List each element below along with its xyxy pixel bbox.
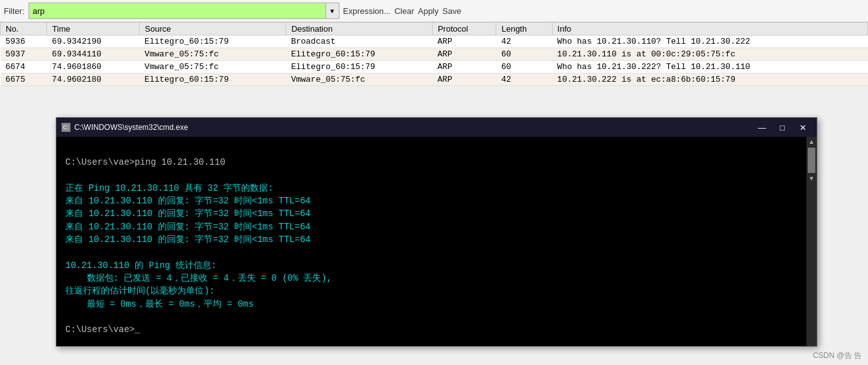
cmd-line: C:\Users\vae>_ bbox=[65, 323, 798, 336]
cell-destination: Elitegro_60:15:79 bbox=[286, 48, 433, 61]
cell-info: 10.21.30.222 is at ec:a8:6b:60:15:79 bbox=[552, 74, 867, 86]
cell-info: 10.21.30.110 is at 00:0c:29:05:75:fc bbox=[552, 48, 867, 61]
scroll-thumb[interactable] bbox=[808, 148, 815, 173]
cmd-line: 最短 = 0ms，最长 = 0ms，平均 = 0ms bbox=[65, 298, 798, 311]
cmd-content: C:\Users\vae>ping 10.21.30.110 正在 Ping 1… bbox=[56, 137, 806, 346]
cmd-controls: — □ ✕ bbox=[753, 121, 812, 134]
cmd-line: 来自 10.21.30.110 的回复: 字节=32 时间<1ms TTL=64 bbox=[65, 195, 798, 207]
cell-length: 42 bbox=[496, 74, 552, 86]
table-row[interactable]: 593669.9342190Elitegro_60:15:79Broadcast… bbox=[1, 35, 868, 48]
cell-no: 5937 bbox=[1, 48, 47, 61]
table-row[interactable]: 667574.9602180Elitegro_60:15:79Vmware_05… bbox=[1, 74, 868, 86]
cmd-line: 往返行程的估计时间(以毫秒为单位): bbox=[65, 285, 798, 297]
scroll-down-arrow[interactable]: ▼ bbox=[808, 175, 815, 182]
cmd-title-left: C: C:\WINDOWS\system32\cmd.exe bbox=[62, 123, 188, 132]
cell-protocol: ARP bbox=[432, 61, 496, 74]
cell-source: Elitegro_60:15:79 bbox=[140, 35, 286, 48]
filter-label: Filter: bbox=[4, 6, 25, 16]
cmd-line: 正在 Ping 10.21.30.110 具有 32 字节的数据: bbox=[65, 182, 798, 195]
cmd-titlebar: C: C:\WINDOWS\system32\cmd.exe — □ ✕ bbox=[56, 118, 817, 137]
table-row[interactable]: 667474.9601860Vmware_05:75:fcElitegro_60… bbox=[1, 61, 868, 74]
cell-source: Vmware_05:75:fc bbox=[140, 48, 286, 61]
cmd-line bbox=[65, 143, 798, 156]
cell-destination: Vmware_05:75:fc bbox=[286, 74, 433, 86]
cell-length: 60 bbox=[496, 61, 552, 74]
minimize-button[interactable]: — bbox=[753, 121, 771, 134]
filter-bar: Filter: ▼ Expression... Clear Apply Save bbox=[0, 0, 868, 22]
cell-source: Vmware_05:75:fc bbox=[140, 61, 286, 74]
cmd-line bbox=[65, 169, 798, 182]
filter-actions: Expression... Clear Apply Save bbox=[343, 6, 461, 16]
cmd-scrollbar[interactable]: ▲ ▼ bbox=[806, 137, 817, 346]
close-button[interactable]: ✕ bbox=[794, 121, 812, 134]
cmd-icon: C: bbox=[62, 123, 70, 132]
col-header-no: No. bbox=[1, 23, 47, 35]
cmd-line: 数据包: 已发送 = 4，已接收 = 4，丢失 = 0 (0% 丢失), bbox=[65, 272, 798, 285]
watermark: CSDN @告 告 bbox=[813, 350, 862, 361]
cmd-line: C:\Users\vae>ping 10.21.30.110 bbox=[65, 156, 798, 169]
save-button[interactable]: Save bbox=[442, 6, 461, 16]
clear-button[interactable]: Clear bbox=[395, 6, 414, 16]
expression-button[interactable]: Expression... bbox=[343, 6, 391, 16]
cell-length: 60 bbox=[496, 48, 552, 61]
filter-input[interactable] bbox=[29, 3, 326, 19]
cell-length: 42 bbox=[496, 35, 552, 48]
col-header-info: Info bbox=[552, 23, 867, 35]
cmd-line: 来自 10.21.30.110 的回复: 字节=32 时间<1ms TTL=64 bbox=[65, 233, 798, 246]
apply-button[interactable]: Apply bbox=[418, 6, 439, 16]
cell-destination: Broadcast bbox=[286, 35, 433, 48]
col-header-time: Time bbox=[47, 23, 140, 35]
cell-no: 6674 bbox=[1, 61, 47, 74]
cell-destination: Elitegro_60:15:79 bbox=[286, 61, 433, 74]
cmd-line: 10.21.30.110 的 Ping 统计信息: bbox=[65, 259, 798, 272]
table-header-row: No. Time Source Destination Protocol Len… bbox=[1, 23, 868, 35]
cmd-line bbox=[65, 311, 798, 323]
cell-no: 6675 bbox=[1, 74, 47, 86]
cmd-line: 来自 10.21.30.110 的回复: 字节=32 时间<1ms TTL=64 bbox=[65, 221, 798, 233]
cell-info: Who has 10.21.30.110? Tell 10.21.30.222 bbox=[552, 35, 867, 48]
cmd-window: C: C:\WINDOWS\system32\cmd.exe — □ ✕ C:\… bbox=[56, 117, 817, 347]
cell-source: Elitegro_60:15:79 bbox=[140, 74, 286, 86]
cell-time: 74.9602180 bbox=[47, 74, 140, 86]
cmd-line bbox=[65, 246, 798, 259]
wireshark-area: Filter: ▼ Expression... Clear Apply Save… bbox=[0, 0, 868, 86]
packet-table: No. Time Source Destination Protocol Len… bbox=[0, 22, 868, 86]
maximize-button[interactable]: □ bbox=[773, 121, 791, 134]
cell-no: 5936 bbox=[1, 35, 47, 48]
cell-time: 74.9601860 bbox=[47, 61, 140, 74]
cell-protocol: ARP bbox=[432, 35, 496, 48]
cmd-title-text: C:\WINDOWS\system32\cmd.exe bbox=[74, 123, 188, 132]
col-header-protocol: Protocol bbox=[432, 23, 496, 35]
filter-dropdown-button[interactable]: ▼ bbox=[326, 3, 339, 19]
cmd-body: C:\Users\vae>ping 10.21.30.110 正在 Ping 1… bbox=[56, 137, 817, 346]
cell-time: 69.9342190 bbox=[47, 35, 140, 48]
filter-input-wrap: ▼ bbox=[29, 3, 339, 19]
cell-protocol: ARP bbox=[432, 48, 496, 61]
col-header-destination: Destination bbox=[286, 23, 433, 35]
cell-time: 69.9344110 bbox=[47, 48, 140, 61]
col-header-source: Source bbox=[140, 23, 286, 35]
cell-protocol: ARP bbox=[432, 74, 496, 86]
col-header-length: Length bbox=[496, 23, 552, 35]
table-row[interactable]: 593769.9344110Vmware_05:75:fcElitegro_60… bbox=[1, 48, 868, 61]
scroll-up-arrow[interactable]: ▲ bbox=[808, 138, 815, 146]
cell-info: Who has 10.21.30.222? Tell 10.21.30.110 bbox=[552, 61, 867, 74]
cmd-line: 来自 10.21.30.110 的回复: 字节=32 时间<1ms TTL=64 bbox=[65, 207, 798, 220]
